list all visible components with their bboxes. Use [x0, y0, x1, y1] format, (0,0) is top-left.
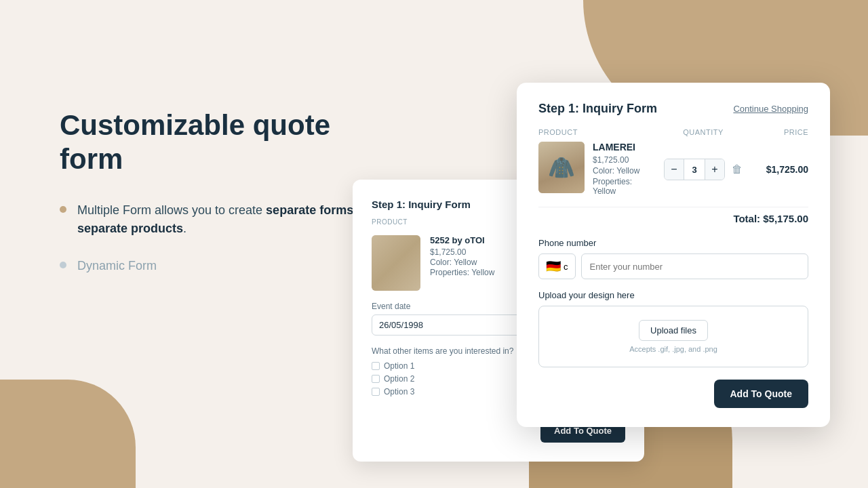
front-product-price: $1,725.00 — [593, 155, 652, 165]
bullet-item-1: Multiple Form allows you to create separ… — [60, 201, 385, 238]
bullet-list: Multiple Form allows you to create separ… — [60, 201, 385, 275]
bullet-bold-1: separate forms for separate products — [77, 203, 373, 235]
form-front-header: Step 1: Inquiry Form Continue Shopping — [538, 102, 808, 116]
front-form-card: Step 1: Inquiry Form Continue Shopping P… — [517, 83, 830, 427]
quantity-wrapper: − 3 + 🗑 — [659, 159, 747, 180]
back-product-color: Color: Yellow — [430, 258, 494, 267]
quantity-value: 3 — [684, 159, 705, 180]
flag-code: c — [564, 262, 568, 272]
checkbox-box-3[interactable] — [372, 388, 380, 396]
items-column: What other items are you interested in? … — [372, 346, 513, 400]
country-flag-select[interactable]: 🇩🇪 c — [538, 253, 576, 279]
bullet-dot-1 — [60, 206, 66, 213]
checkbox-box-2[interactable] — [372, 375, 380, 383]
col-quantity-header: QUANTITY — [659, 128, 747, 136]
upload-label: Upload your design here — [538, 290, 808, 300]
back-product-name: 5252 by oTOI — [430, 235, 494, 245]
bullet-text-1: Multiple Form allows you to create separ… — [77, 201, 385, 238]
bullet-dot-2 — [60, 262, 66, 268]
front-add-to-quote-button[interactable]: Add To Quote — [714, 380, 809, 408]
col-price-header: PRICE — [754, 128, 808, 136]
left-panel: Customizable quote form Multiple Form al… — [60, 108, 385, 294]
quantity-increase-button[interactable]: + — [705, 159, 724, 180]
quantity-decrease-button[interactable]: − — [665, 159, 684, 180]
main-title: Customizable quote form — [60, 108, 385, 177]
bullet-item-2: Dynamic Form — [60, 257, 385, 275]
back-product-image — [372, 235, 420, 291]
front-product-cell: LAMEREI $1,725.00 Color: Yellow Properti… — [538, 142, 652, 197]
continue-shopping-link[interactable]: Continue Shopping — [733, 104, 808, 114]
back-product-properties: Properties: Yellow — [430, 268, 494, 277]
upload-hint: Accepts .gif, .jpg, and .png — [553, 345, 794, 353]
checkbox-box-1[interactable] — [372, 362, 380, 370]
quantity-control: − 3 + — [664, 159, 725, 180]
phone-row: 🇩🇪 c — [538, 253, 808, 279]
event-date-value: 26/05/1998 — [379, 320, 423, 330]
front-product-image — [538, 142, 585, 193]
flag-emoji: 🇩🇪 — [546, 259, 561, 274]
total-row: Total: $5,175.00 — [538, 207, 808, 224]
front-product-color: Color: Yellow — [593, 166, 652, 176]
upload-files-button[interactable]: Upload files — [639, 320, 708, 341]
checkbox-label-1: Option 1 — [384, 361, 414, 371]
phone-label: Phone number — [538, 238, 808, 248]
delete-product-button[interactable]: 🗑 — [732, 163, 743, 176]
front-product-name: LAMEREI — [593, 142, 652, 152]
col-product-header: PRODUCT — [538, 128, 652, 136]
back-product-info: 5252 by oTOI $1,725.00 Color: Yellow Pro… — [430, 235, 494, 278]
items-label: What other items are you interested in? — [372, 346, 513, 356]
upload-area[interactable]: Upload files Accepts .gif, .jpg, and .pn… — [538, 306, 808, 367]
checkbox-label-3: Option 3 — [384, 387, 414, 396]
back-product-price: $1,725.00 — [430, 247, 494, 257]
checkbox-label-2: Option 2 — [384, 374, 414, 384]
phone-input[interactable] — [581, 253, 809, 279]
checkbox-item-3[interactable]: Option 3 — [372, 387, 513, 396]
front-form-title: Step 1: Inquiry Form — [538, 102, 657, 116]
checkbox-item-2[interactable]: Option 2 — [372, 374, 513, 384]
front-product-properties: Properties: Yellow — [593, 177, 652, 196]
checkbox-item-1[interactable]: Option 1 — [372, 361, 513, 371]
front-product-info: LAMEREI $1,725.00 Color: Yellow Properti… — [593, 142, 652, 197]
bullet-text-2: Dynamic Form — [77, 257, 157, 275]
bg-shape-bottom-left — [0, 380, 136, 488]
front-product-price-cell: $1,725.00 — [754, 164, 808, 175]
